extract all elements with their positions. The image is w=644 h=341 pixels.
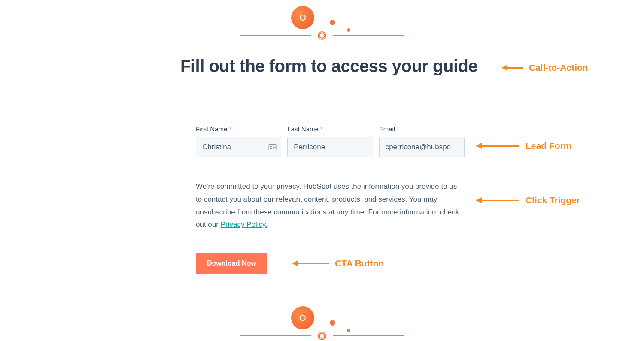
- svg-rect-2: [273, 146, 276, 146]
- last-name-field-group: Last Name*: [287, 125, 373, 157]
- arrow-left-icon: [501, 65, 523, 71]
- annotation-label: Click Trigger: [526, 195, 580, 205]
- svg-rect-3: [273, 147, 276, 148]
- privacy-text: We're committed to your privacy. HubSpot…: [196, 180, 465, 231]
- arrow-left-icon: [292, 260, 329, 266]
- svg-point-1: [270, 146, 272, 148]
- required-asterisk: *: [397, 125, 399, 133]
- required-asterisk: *: [229, 125, 231, 133]
- page-title: Fill out the form to access your guide: [180, 57, 498, 76]
- annotation-label: Call-to-Action: [529, 63, 588, 73]
- lead-form: First Name* Last Name*: [196, 125, 465, 157]
- arrow-left-icon: [476, 143, 519, 149]
- first-name-field-group: First Name*: [196, 125, 281, 157]
- last-name-label: Last Name*: [287, 125, 373, 133]
- annotation-call-to-action: Call-to-Action: [501, 63, 588, 73]
- contact-card-icon: [268, 144, 277, 150]
- email-label-text: Email: [379, 125, 395, 133]
- first-name-label-text: First Name: [196, 125, 227, 133]
- annotation-label: Lead Form: [526, 141, 571, 151]
- annotation-lead-form: Lead Form: [476, 141, 571, 151]
- arrow-left-icon: [476, 197, 519, 203]
- annotation-click-trigger: Click Trigger: [476, 195, 580, 205]
- annotation-cta-button: CTA Button: [292, 258, 384, 269]
- first-name-label: First Name*: [196, 125, 281, 133]
- last-name-input[interactable]: [287, 137, 373, 157]
- annotation-label: CTA Button: [335, 258, 384, 269]
- decorative-divider-top: [240, 0, 404, 43]
- email-field-group: Email*: [379, 125, 465, 157]
- required-asterisk: *: [320, 125, 323, 133]
- last-name-label-text: Last Name: [287, 125, 319, 133]
- privacy-policy-link[interactable]: Privacy Policy.: [221, 220, 267, 229]
- email-input[interactable]: [379, 137, 465, 157]
- svg-rect-4: [273, 148, 275, 148]
- decorative-divider-bottom: [240, 300, 404, 341]
- email-label: Email*: [379, 125, 465, 133]
- download-now-button[interactable]: Download Now: [196, 253, 267, 274]
